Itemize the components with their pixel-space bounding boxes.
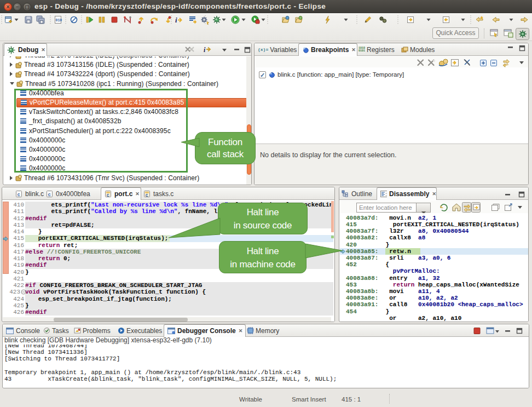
svg-text:c: c [146,192,148,198]
svg-text:010: 010 [56,19,62,22]
svg-text:c: c [107,193,109,198]
svg-text:c: c [48,192,51,197]
svg-text:i: i [175,16,177,24]
svg-text:c: c [18,192,20,197]
svg-text:i: i [204,46,206,54]
